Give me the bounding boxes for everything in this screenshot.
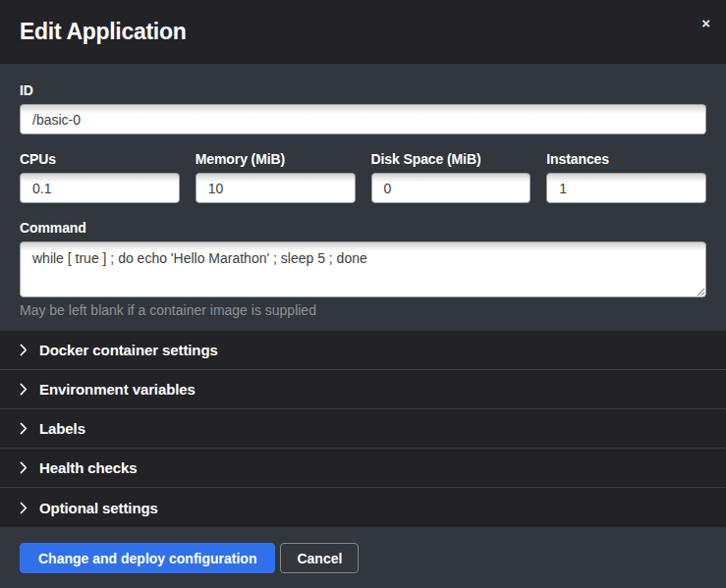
modal-footer: Change and deploy configuration Cancel xyxy=(0,527,726,588)
id-field-group: ID xyxy=(20,82,706,134)
cpus-field-group: CPUs xyxy=(20,151,180,203)
instances-field-group: Instances xyxy=(546,151,706,203)
id-label: ID xyxy=(20,82,706,98)
cancel-button[interactable]: Cancel xyxy=(280,543,359,573)
instances-label: Instances xyxy=(546,151,706,167)
id-input[interactable] xyxy=(20,104,706,134)
accordion-sections: Docker container settings Environment va… xyxy=(0,331,726,527)
accordion-label: Environment variables xyxy=(39,381,195,398)
command-textarea[interactable]: while [ true ] ; do echo 'Hello Marathon… xyxy=(20,241,706,297)
memory-label: Memory (MiB) xyxy=(195,151,356,167)
accordion-optional-settings[interactable]: Optional settings xyxy=(0,488,726,527)
cpus-input[interactable] xyxy=(20,173,180,203)
chevron-right-icon xyxy=(20,422,28,435)
cpus-label: CPUs xyxy=(20,151,180,167)
instances-input[interactable] xyxy=(546,173,706,203)
chevron-right-icon xyxy=(20,383,28,396)
accordion-health-checks[interactable]: Health checks xyxy=(0,449,726,488)
command-label: Command xyxy=(20,220,706,236)
disk-input[interactable] xyxy=(371,173,531,203)
close-button[interactable]: × xyxy=(698,12,714,34)
memory-input[interactable] xyxy=(195,173,356,203)
accordion-label: Optional settings xyxy=(39,500,158,516)
modal-body: ID CPUs Memory (MiB) Disk Space (MiB) In… xyxy=(0,64,726,331)
resources-row: CPUs Memory (MiB) Disk Space (MiB) Insta… xyxy=(20,151,706,203)
accordion-environment-variables[interactable]: Environment variables xyxy=(0,370,726,409)
accordion-label: Docker container settings xyxy=(39,342,218,358)
chevron-right-icon xyxy=(20,502,28,514)
chevron-right-icon xyxy=(20,344,28,356)
accordion-labels[interactable]: Labels xyxy=(0,409,726,449)
disk-label: Disk Space (MiB) xyxy=(371,151,531,167)
accordion-label: Health checks xyxy=(39,459,138,476)
accordion-label: Labels xyxy=(39,420,85,437)
command-field-group: Command while [ true ] ; do echo 'Hello … xyxy=(20,220,706,318)
close-icon: × xyxy=(701,15,710,31)
edit-application-modal: Edit Application × ID CPUs Memory (MiB) … xyxy=(0,0,726,588)
chevron-right-icon xyxy=(20,461,28,474)
modal-header: Edit Application × xyxy=(0,0,726,64)
change-and-deploy-button[interactable]: Change and deploy configuration xyxy=(20,543,275,573)
command-help-text: May be left blank if a container image i… xyxy=(20,302,706,318)
memory-field-group: Memory (MiB) xyxy=(195,151,356,203)
accordion-docker-container-settings[interactable]: Docker container settings xyxy=(0,331,726,370)
page-title: Edit Application xyxy=(20,19,186,45)
disk-field-group: Disk Space (MiB) xyxy=(371,151,531,203)
